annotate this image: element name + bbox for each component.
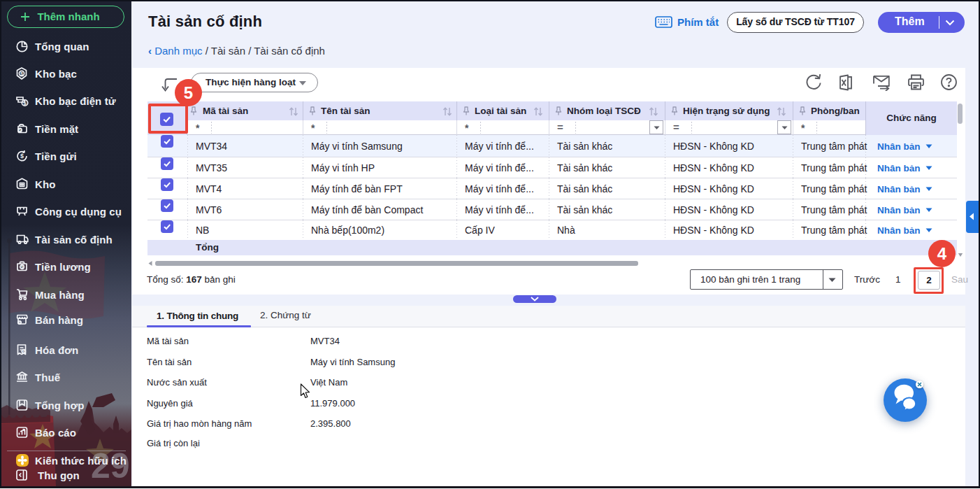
svg-text:$: $ bbox=[21, 264, 24, 270]
svg-text:$: $ bbox=[20, 153, 24, 160]
svg-text:$: $ bbox=[23, 100, 27, 106]
